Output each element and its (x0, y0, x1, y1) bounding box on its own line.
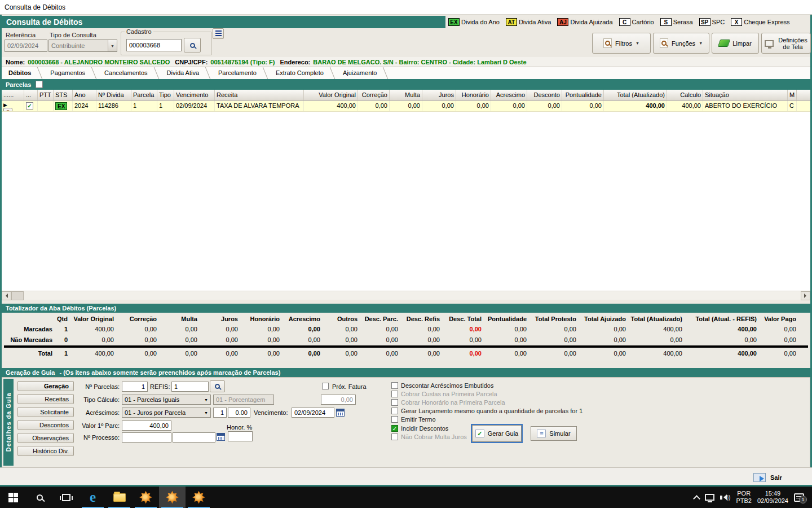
grid-header-14[interactable]: Honorário (456, 90, 491, 100)
grid-header-2[interactable]: PTT (38, 90, 54, 100)
start-button[interactable] (0, 487, 27, 508)
acrescimos-amount-input[interactable] (228, 408, 250, 418)
legend-item-at: ATDivida Ativa (506, 18, 551, 26)
grid-header-16[interactable]: Desconto (527, 90, 562, 100)
row-zoom-button[interactable] (3, 108, 12, 111)
tab-d-bitos[interactable]: Débitos (2, 67, 43, 79)
grid-header-8[interactable]: Vencimento (174, 90, 215, 100)
tab-cancelamentos[interactable]: Cancelamentos (98, 67, 160, 79)
vencimento-input[interactable] (292, 408, 334, 418)
internet-explorer-icon: e (90, 492, 96, 503)
cadastro-list-button[interactable] (213, 28, 224, 39)
explorer-taskbar-button[interactable] (106, 487, 133, 508)
grid-header-19[interactable]: Calculo (667, 90, 703, 100)
guia-checkbox-0[interactable] (391, 382, 398, 389)
guia-checkbox-row-0: Descontar Acréscimos Embutidos (391, 382, 493, 389)
grid-header-6[interactable]: Parcela (131, 90, 157, 100)
grid-header-18[interactable]: Total (Atualizado) (604, 90, 667, 100)
guia-checkbox-3[interactable] (391, 408, 398, 414)
guia-checkbox-4[interactable] (391, 416, 398, 423)
referencia-input[interactable] (5, 40, 47, 52)
tab-parcelamento[interactable]: Parcelamento (211, 67, 269, 79)
acrescimos-select[interactable]: 01 - Juros por Parcela ▼ (122, 408, 211, 418)
tab-pagamentos[interactable]: Pagamentos (43, 67, 98, 79)
calculator-icon[interactable] (217, 433, 225, 441)
scroll-left-button[interactable] (2, 291, 11, 300)
totalizador-header-8: Desc. Parc. (361, 316, 401, 322)
app1-taskbar-button[interactable] (133, 487, 159, 508)
limpar-button[interactable]: Limpar (712, 33, 759, 54)
tab-divida-ativa[interactable]: Divida Ativa (160, 67, 211, 79)
scroll-right-button[interactable] (801, 291, 810, 300)
app3-taskbar-button[interactable] (186, 487, 212, 508)
cadastro-search-button[interactable] (184, 38, 201, 52)
grid-header-5[interactable]: Nº Divida (96, 90, 131, 100)
grid-header-17[interactable]: Pontualidade (562, 90, 604, 100)
grid-header-1[interactable]: ... (24, 90, 38, 100)
network-icon[interactable] (705, 494, 714, 501)
tray-chevron-up-icon[interactable] (693, 495, 700, 502)
refis-search-button[interactable] (210, 380, 225, 392)
tipo-consulta-select[interactable]: Contribuinte ▼ (48, 40, 117, 52)
acrescimos-qty-input[interactable] (213, 408, 227, 418)
guia-nav-gera-o[interactable]: Geração (17, 381, 74, 391)
grid-header-9[interactable]: Receita (215, 90, 304, 100)
app2-taskbar-button[interactable] (159, 487, 186, 508)
processo-input[interactable] (122, 432, 171, 443)
grid-header-10[interactable]: Valor Original (304, 90, 358, 100)
definicoes-tela-button[interactable]: Definiçõesde Tela (761, 33, 811, 54)
grid-header-21[interactable]: M (788, 90, 797, 100)
clock[interactable]: 15:4902/09/2024 (757, 490, 788, 505)
grid-header-0[interactable]: ...... (2, 90, 24, 100)
honor-input[interactable] (228, 431, 253, 441)
guia-nav-hist-rico-div-[interactable]: Histórico Div. (17, 446, 74, 456)
processo-data-input[interactable] (173, 432, 215, 443)
totalizador-value: 0,00 (241, 326, 283, 332)
totalizador-value: 0,00 (443, 326, 485, 332)
parcelas-checkbox[interactable] (36, 81, 43, 88)
ie-taskbar-button[interactable]: e (80, 487, 106, 508)
guia-nav-solicitante[interactable]: Solicitante (17, 407, 74, 417)
scroll-thumb[interactable] (11, 291, 24, 300)
valor-parc-input[interactable] (122, 421, 171, 431)
guia-nav-descontos[interactable]: Descontos (17, 420, 74, 430)
prox-fatura-checkbox[interactable] (322, 383, 329, 389)
refis-input[interactable] (171, 382, 209, 392)
taskbar-search-button[interactable] (27, 487, 53, 508)
cadastro-input[interactable] (126, 39, 182, 51)
notification-icon[interactable]: 1 (794, 493, 804, 502)
funcoes-button[interactable]: Funções ▼ (653, 33, 709, 54)
totalizador-value: 0,00 (580, 326, 629, 332)
grid-hscrollbar[interactable] (2, 291, 810, 300)
grid-header-20[interactable]: Situação (703, 90, 788, 100)
tipo-calculo-select[interactable]: 01 - Parcelas Iguais ▼ (122, 395, 211, 405)
tab-bar: DébitosPagamentosCancelamentosDivida Ati… (2, 67, 810, 79)
grid-header-11[interactable]: Correção (358, 90, 390, 100)
prox-fatura-label: Próx. Fatura (332, 383, 367, 390)
grid-header-3[interactable]: STS (54, 90, 73, 100)
tab-extrato-completo[interactable]: Extrato Completo (269, 67, 336, 79)
gerar-guia-button[interactable]: ✓ Gerar Guia (472, 425, 522, 442)
simular-button[interactable]: ≡ Simular (531, 426, 577, 441)
grid-cell-4: 2024 (73, 101, 96, 111)
grid-header-15[interactable]: Acrescimo (491, 90, 527, 100)
tipo-calculo-label: Tipo Cálculo: (74, 396, 120, 403)
calendar-icon[interactable] (336, 409, 345, 417)
footer-strip: Sair (0, 467, 812, 485)
speaker-icon[interactable]: )) (720, 494, 731, 501)
tab-ajuizamento[interactable]: Ajuizamento (336, 67, 390, 79)
guia-checkbox-5[interactable]: ✓ (391, 425, 398, 432)
guia-nav-observa-es[interactable]: Observações (17, 433, 74, 443)
row-checkbox[interactable]: ✓ (26, 102, 33, 110)
grid-header-13[interactable]: Juros (422, 90, 456, 100)
guia-nav-receitas[interactable]: Receitas (17, 394, 74, 404)
filtros-button[interactable]: Filtros ▼ (592, 33, 651, 54)
grid-header-12[interactable]: Multa (390, 90, 422, 100)
sair-button[interactable]: Sair (753, 471, 810, 484)
grid-header-7[interactable]: Tipo (157, 90, 174, 100)
grid-header-4[interactable]: Ano (73, 90, 96, 100)
language-indicator[interactable]: PORPTB2 (736, 490, 752, 505)
task-view-button[interactable] (53, 487, 80, 508)
grid-data-row[interactable]: ▶✓EX20241142861102/09/2024TAXA DE ALVARA… (2, 101, 810, 112)
n-parcelas-input[interactable] (122, 382, 148, 392)
